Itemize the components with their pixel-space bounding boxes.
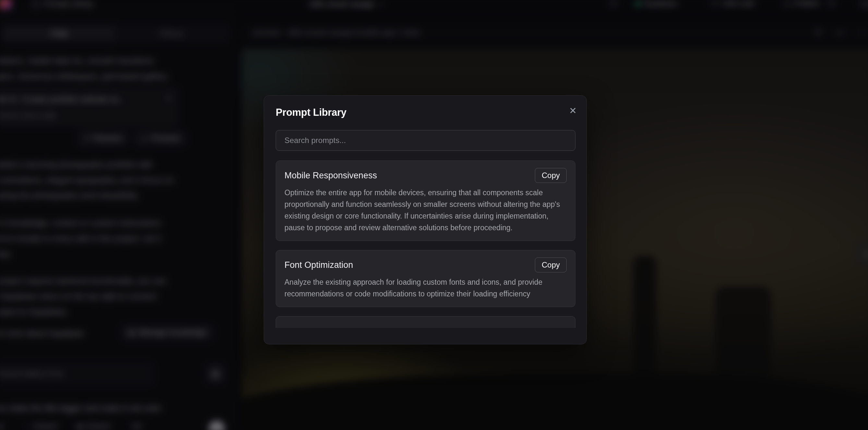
prompt-library-modal: Prompt Library ✕ Mobile Responsiveness C… [264,95,587,344]
prompt-description: Analyze the existing approach for loadin… [284,276,567,300]
prompt-list: Mobile Responsiveness Copy Optimize the … [276,160,576,328]
prompt-description: Optimize the entire app for mobile devic… [284,187,567,234]
prompt-title: Font Optimization [284,260,353,270]
prompt-card-partial [276,316,576,328]
prompt-card: Mobile Responsiveness Copy Optimize the … [276,160,576,241]
prompt-card: Font Optimization Copy Analyze the exist… [276,250,576,307]
search-input[interactable] [276,130,576,151]
close-icon[interactable]: ✕ [569,105,577,116]
app-window: Prompt Library wills visual voyage ▾ Sup… [0,0,868,430]
copy-button[interactable]: Copy [535,257,567,272]
copy-button[interactable]: Copy [535,168,567,183]
modal-title: Prompt Library [276,107,346,118]
prompt-title: Mobile Responsiveness [284,171,377,181]
